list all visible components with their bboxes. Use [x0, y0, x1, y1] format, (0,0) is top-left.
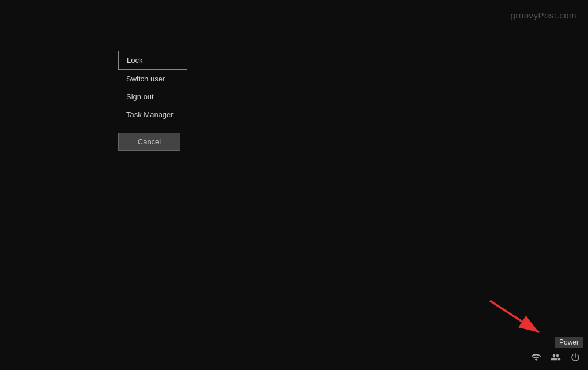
taskbar-icons [528, 349, 583, 365]
menu-item-sign-out[interactable]: Sign out [118, 88, 187, 106]
menu-item-switch-user[interactable]: Switch user [118, 70, 187, 88]
watermark: groovyPost.com [510, 10, 576, 20]
power-tooltip: Power [555, 337, 583, 348]
red-arrow-indicator [484, 295, 553, 341]
menu-item-task-manager[interactable]: Task Manager [118, 106, 187, 124]
cancel-button[interactable]: Cancel [118, 133, 180, 151]
wifi-icon[interactable] [528, 349, 544, 365]
svg-line-1 [490, 301, 539, 332]
people-icon[interactable] [548, 349, 564, 365]
context-menu: Lock Switch user Sign out Task Manager C… [118, 51, 187, 151]
power-icon[interactable] [567, 349, 583, 365]
menu-item-lock[interactable]: Lock [118, 51, 187, 70]
